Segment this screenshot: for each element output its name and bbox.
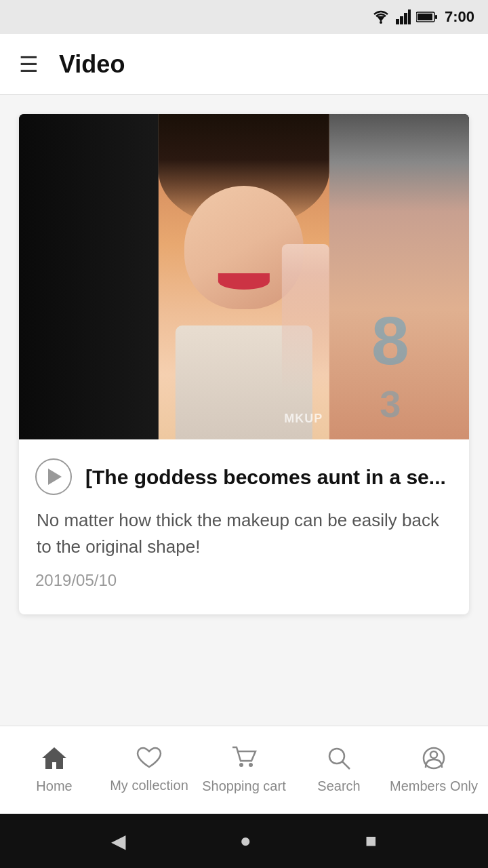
nav-item-members-only[interactable]: Members Only: [386, 746, 481, 794]
cart-icon: [231, 746, 257, 774]
main-content: 8 3 MKUP: [0, 95, 488, 670]
thumbnail-left-bg: [19, 114, 176, 439]
nav-item-search[interactable]: Search: [291, 746, 386, 794]
search-icon: [327, 746, 351, 774]
video-description: No matter how thick the makeup can be ea…: [35, 507, 453, 560]
home-icon: [41, 746, 67, 774]
recent-button[interactable]: ■: [365, 830, 377, 852]
svg-line-13: [342, 762, 350, 769]
svg-rect-3: [400, 16, 403, 24]
page-title: Video: [59, 50, 125, 79]
svg-marker-0: [377, 16, 385, 22]
video-watermark: MKUP: [284, 412, 323, 426]
video-title-row: [The goddess becomes aunt in a se...: [35, 458, 453, 495]
menu-button[interactable]: ☰: [19, 54, 39, 75]
bottom-nav: Home My collection Shopping cart: [0, 726, 488, 814]
svg-point-10: [239, 763, 243, 767]
clock: 7:00: [445, 8, 474, 26]
home-button[interactable]: ●: [240, 830, 251, 852]
nav-label-shopping-cart: Shopping cart: [202, 778, 285, 794]
svg-rect-8: [435, 15, 437, 19]
video-card[interactable]: 8 3 MKUP: [19, 114, 469, 614]
svg-point-11: [249, 763, 253, 767]
nav-label-members-only: Members Only: [390, 778, 478, 794]
content-spacer: [0, 670, 488, 726]
play-triangle-icon: [48, 469, 62, 485]
battery-icon: [416, 11, 438, 23]
svg-rect-2: [396, 19, 399, 24]
wifi-icon: [371, 9, 390, 24]
nav-item-home[interactable]: Home: [7, 746, 102, 794]
svg-marker-9: [42, 747, 66, 769]
thumbnail-right-bg: 8 3: [312, 114, 469, 439]
svg-rect-7: [418, 14, 432, 20]
video-thumbnail[interactable]: 8 3 MKUP: [19, 114, 469, 439]
android-nav-bar: ◀ ● ■: [0, 814, 488, 868]
svg-point-12: [329, 749, 344, 764]
person-icon: [422, 746, 446, 774]
nav-item-shopping-cart[interactable]: Shopping cart: [197, 746, 291, 794]
svg-point-15: [430, 751, 437, 758]
nav-label-home: Home: [36, 778, 72, 794]
nav-label-search: Search: [317, 778, 360, 794]
status-bar: 7:00: [0, 0, 488, 34]
video-info: [The goddess becomes aunt in a se... No …: [19, 439, 469, 614]
svg-rect-5: [408, 9, 411, 24]
nav-item-my-collection[interactable]: My collection: [102, 747, 197, 793]
video-title: [The goddess becomes aunt in a se...: [85, 464, 446, 490]
back-button[interactable]: ◀: [111, 830, 126, 852]
svg-point-1: [380, 21, 382, 24]
header: ☰ Video: [0, 34, 488, 95]
play-button[interactable]: [35, 458, 72, 495]
video-date: 2019/05/10: [35, 571, 117, 589]
heart-icon: [136, 747, 162, 774]
nav-label-my-collection: My collection: [110, 778, 188, 793]
thumbnail-center-frame: MKUP: [159, 114, 329, 439]
status-icons: [371, 9, 438, 24]
svg-rect-4: [404, 13, 407, 24]
signal-icon: [396, 9, 411, 24]
